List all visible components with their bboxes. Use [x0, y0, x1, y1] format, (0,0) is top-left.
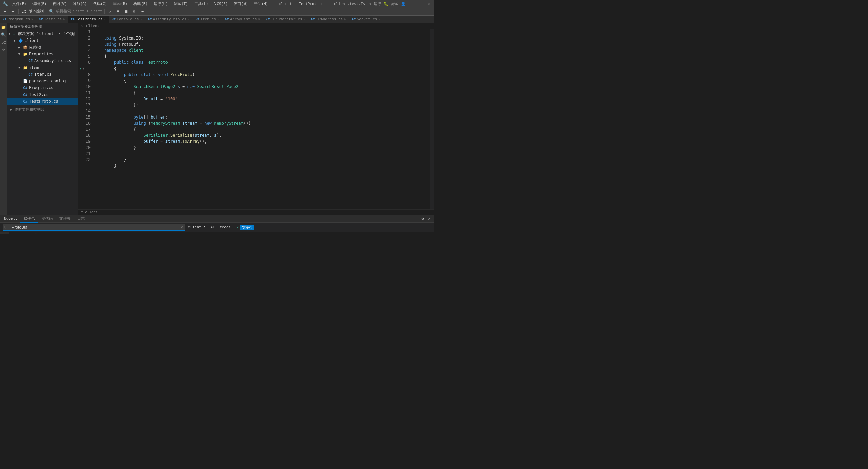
testproto-cs-file[interactable]: ▶ C# TestProto.cs	[7, 98, 78, 105]
tab-testproto-cs[interactable]: C# TestProto.cs ✕	[68, 16, 109, 23]
maximize-button[interactable]: □	[419, 1, 425, 6]
cs-icon: C#	[3, 17, 6, 21]
deps-icon: 📦	[23, 45, 28, 50]
tab-program-cs[interactable]: C# Program.cs ✕	[0, 16, 36, 23]
tab-ipaddress-cs[interactable]: C# IPAddress.cs ✕	[308, 16, 349, 23]
search-side-icon[interactable]: 🔍	[1, 32, 7, 38]
properties-folder[interactable]: ▼ 📁 Properties	[7, 51, 78, 57]
toolbar-more-icon[interactable]: ⋯	[139, 8, 146, 15]
assemblyinfo-file[interactable]: ▶ C# AssemblyInfo.cs	[7, 57, 78, 64]
nuget-refresh-icon[interactable]: ↻	[2, 233, 8, 234]
program-cs-file[interactable]: ▶ C# Program.cs	[7, 84, 78, 91]
prog-cs-icon: C#	[23, 86, 28, 90]
panel-tab-source[interactable]: 源代码	[38, 215, 56, 223]
panel-tab-bar: NuGet: 软件包 源代码 文件夹 日志 ⚙ ✕	[0, 215, 434, 223]
test2-cs-file[interactable]: ▶ C# Test2.cs	[7, 91, 78, 98]
search-input[interactable]	[10, 225, 179, 230]
tab-socket-cs[interactable]: C# Socket.cs ✕	[349, 16, 383, 23]
menu-vcs[interactable]: VCS(S)	[212, 1, 230, 7]
item-folder[interactable]: ▼ 📁 item	[7, 64, 78, 71]
solution-label: 解决方案 'client' · 1个项目	[18, 31, 78, 37]
toolbar-debug-icon[interactable]: ⬒	[115, 8, 122, 15]
git-controls[interactable]: ▶ 临时文件和控制台	[7, 106, 78, 113]
menu-code[interactable]: 代码(C)	[91, 1, 109, 7]
minimize-button[interactable]: ─	[412, 1, 418, 6]
toolbar-settings-icon[interactable]: ⚙	[131, 8, 138, 15]
item-cs-file[interactable]: ▶ C# Item.cs	[7, 71, 78, 78]
dependencies-folder[interactable]: ▶ 📦 依赖项	[7, 44, 78, 51]
release-badge[interactable]: 发布布	[240, 225, 254, 230]
forward-button[interactable]: →	[9, 8, 16, 15]
menu-refactor[interactable]: 重构(R)	[111, 1, 129, 7]
menu-file[interactable]: 文件(F)	[10, 1, 28, 7]
tab-close-item[interactable]: ✕	[218, 17, 219, 21]
verified-icon: ✓	[236, 225, 239, 229]
client-selector[interactable]: client ÷	[188, 225, 206, 229]
tab-close-assemblyinfo[interactable]: ✕	[188, 17, 189, 21]
title-bar: 🔧 文件(F) 编辑(E) 视图(V) 导航(G) 代码(C) 重构(R) 构建…	[0, 0, 434, 7]
tab-item-cs[interactable]: C# Item.cs ✕	[193, 16, 223, 23]
tab-ienumerator-cs[interactable]: C# IEnumerator.cs ✕	[263, 16, 308, 23]
panel-tab-folder[interactable]: 文件夹	[56, 215, 74, 223]
tp-cs-icon: C#	[23, 99, 28, 104]
cs-icon: C#	[39, 17, 43, 21]
git-icon[interactable]: ⎇	[1, 39, 7, 45]
version-control-icon[interactable]: ⎇	[21, 8, 27, 15]
item-cs-icon: C#	[28, 72, 34, 77]
code-editor[interactable]: using System.IO; using ProtoBuf; namespa…	[92, 29, 410, 209]
search-button[interactable]: 🔍	[48, 8, 55, 15]
tab-close-socket[interactable]: ✕	[378, 17, 380, 21]
tab-assemblyinfo-cs[interactable]: C# AssemblyInfo.cs ✕	[145, 16, 193, 23]
menu-edit[interactable]: 编辑(E)	[30, 1, 49, 7]
panel-settings-icon[interactable]: ⚙	[419, 215, 426, 222]
tab-close-testproto[interactable]: ✕	[104, 18, 106, 21]
cs-icon: C#	[225, 17, 229, 21]
menu-tools[interactable]: 工具(L)	[192, 1, 210, 7]
main-layout: 📁 🔍 ⎇ ⚙ 解决方案资源管理器 ▼ ⊟ 解决方案 'client' · 1个…	[0, 23, 434, 215]
back-button[interactable]: ←	[1, 8, 8, 15]
tab-close-console[interactable]: ✕	[141, 17, 142, 21]
panel-close-icon[interactable]: ✕	[426, 215, 433, 222]
panel-tab-packages[interactable]: 软件包	[20, 215, 38, 223]
minimap	[410, 29, 430, 209]
settings-side-icon[interactable]: ⚙	[1, 47, 7, 53]
tab-close-arraylist[interactable]: ✕	[258, 17, 260, 21]
explorer-icon[interactable]: 📁	[1, 24, 7, 30]
menu-test[interactable]: 测试(T)	[172, 1, 190, 7]
menu-view[interactable]: 视图(V)	[51, 1, 69, 7]
toolbar-run-icon[interactable]: ▷	[107, 8, 113, 15]
installed-count: 客户端中已安装的软件包: 0	[9, 232, 266, 234]
close-button[interactable]: ✕	[426, 1, 431, 6]
deps-arrow: ▶	[18, 46, 23, 49]
solution-item[interactable]: ▼ ⊟ 解决方案 'client' · 1个项目	[7, 30, 78, 37]
tab-close-program[interactable]: ✕	[31, 17, 33, 21]
title-bar-controls: client.test.Ts ▷ 运行 🐛 调试 👤 ─ □ ✕	[334, 1, 431, 6]
cs-icon: C#	[112, 17, 116, 21]
tab-console-cs[interactable]: C# Console.cs ✕	[109, 16, 146, 23]
tab-close-ipaddress[interactable]: ✕	[344, 17, 346, 21]
scrollbar-right[interactable]	[430, 29, 434, 209]
menu-nav[interactable]: 导航(G)	[71, 1, 89, 7]
project-client[interactable]: ▼ 🔷 client	[7, 37, 78, 44]
menu-run[interactable]: 运行(U)	[152, 1, 170, 7]
tab-arraylist-cs[interactable]: C# ArrayList.cs ✕	[222, 16, 263, 23]
t2-cs-icon: C#	[23, 93, 28, 97]
project-arrow: ▼	[14, 39, 18, 42]
tab-close-test2[interactable]: ✕	[63, 17, 65, 21]
search-clear-button[interactable]: ✕	[179, 224, 185, 230]
menu-window[interactable]: 窗口(W)	[232, 1, 250, 7]
branch-label[interactable]: 版本控制	[29, 9, 44, 14]
run-arrow-icon: ▷	[81, 24, 83, 28]
menu-help[interactable]: 帮助(H)	[252, 1, 270, 7]
all-feeds-selector[interactable]: All feeds ÷	[211, 225, 235, 229]
search-box: Q· ✕	[3, 224, 185, 231]
toolbar-stop-icon[interactable]: ■	[123, 8, 130, 15]
line-numbers: 12345 6▶78 910111213 1415161718 19202122	[78, 29, 92, 209]
panel-tab-log[interactable]: 日志	[74, 215, 88, 223]
git-label: ▶ 临时文件和控制台	[10, 107, 44, 112]
tab-test2-cs[interactable]: C# Test2.cs ✕	[36, 16, 68, 23]
tab-close-ienumerator[interactable]: ✕	[304, 17, 305, 21]
packages-config-file[interactable]: ▶ 📄 packages.config	[7, 78, 78, 84]
menu-build[interactable]: 构建(B)	[131, 1, 150, 7]
sidebar: 解决方案资源管理器 ▼ ⊟ 解决方案 'client' · 1个项目 ▼ 🔷 c…	[7, 23, 78, 215]
